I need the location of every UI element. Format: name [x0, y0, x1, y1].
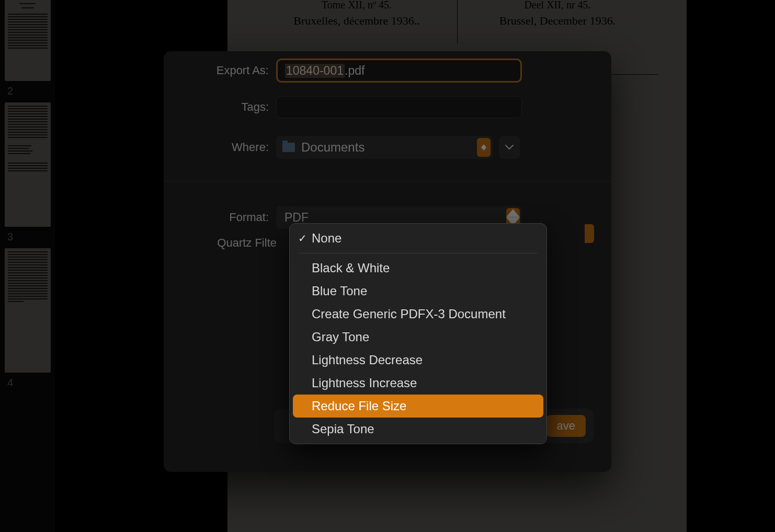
where-value: Documents: [301, 140, 364, 155]
doc-text: Tome XII, nº 45.: [267, 0, 447, 11]
page-number: 3: [0, 227, 55, 243]
thumbnail-sidebar: 2 3 4: [0, 0, 55, 532]
page-thumbnail[interactable]: [5, 248, 51, 373]
doc-text: Brussel, December 1936.: [468, 14, 647, 28]
tags-label: Tags:: [179, 100, 276, 114]
quartz-filter-label: Quartz Filte: [179, 236, 284, 250]
quartz-filter-menu: None Black & White Blue Tone Create Gene…: [289, 223, 547, 444]
doc-text: Bruxelles, décembre 1936..: [267, 14, 447, 28]
export-as-label: Export As:: [179, 64, 276, 77]
doc-text: Deel XII, nr 45.: [468, 0, 647, 11]
menu-item-sepia-tone[interactable]: Sepia Tone: [293, 418, 543, 441]
where-select[interactable]: Documents: [276, 136, 493, 159]
filename-base-selected: 10840-001: [285, 64, 345, 78]
menu-item-gray-tone[interactable]: Gray Tone: [293, 326, 543, 349]
page-thumbnail[interactable]: [5, 0, 51, 81]
menu-separator: [299, 253, 537, 253]
updown-icon: [585, 224, 594, 243]
menu-item-black-white[interactable]: Black & White: [293, 257, 543, 280]
page-thumbnail[interactable]: [5, 102, 51, 227]
format-label: Format:: [179, 211, 276, 224]
page-number: 2: [0, 81, 55, 97]
where-label: Where:: [179, 141, 276, 154]
folder-icon: [282, 143, 295, 152]
menu-item-none[interactable]: None: [293, 227, 543, 250]
menu-item-blue-tone[interactable]: Blue Tone: [293, 280, 543, 303]
save-button[interactable]: ave: [546, 415, 586, 437]
format-value: PDF: [284, 211, 309, 225]
chevron-down-icon: [505, 145, 514, 150]
filename-input[interactable]: 10840-001.pdf: [276, 59, 522, 83]
filename-ext: .pdf: [345, 64, 364, 78]
menu-item-pdfx3[interactable]: Create Generic PDFX-3 Document: [293, 303, 543, 326]
updown-icon: [477, 138, 491, 157]
expand-browser-button[interactable]: [499, 136, 520, 159]
menu-item-reduce-file-size[interactable]: Reduce File Size: [293, 395, 543, 418]
page-number: 4: [0, 373, 55, 389]
menu-item-lightness-increase[interactable]: Lightness Increase: [293, 372, 543, 395]
tags-input[interactable]: [276, 96, 522, 118]
menu-item-lightness-decrease[interactable]: Lightness Decrease: [293, 349, 543, 372]
